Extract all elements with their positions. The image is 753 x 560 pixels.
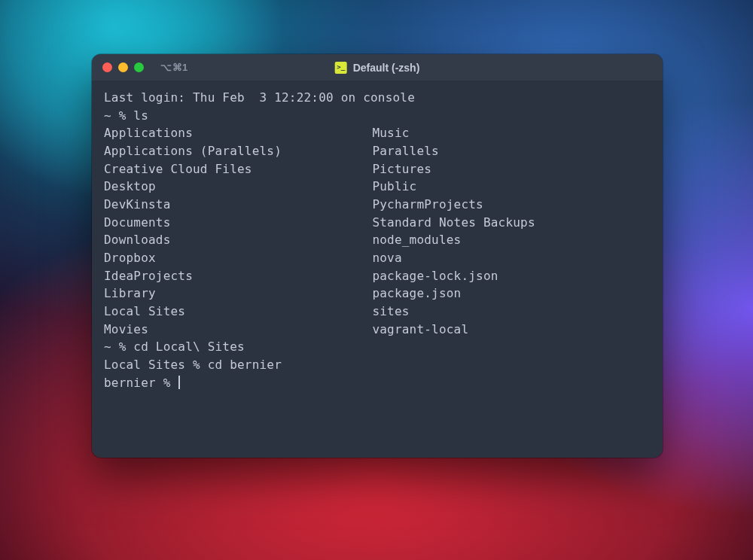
list-item: nova	[372, 249, 535, 267]
list-item: Documents	[104, 214, 372, 232]
list-item: DevKinsta	[104, 196, 372, 214]
cursor	[178, 376, 180, 389]
terminal-content[interactable]: Last login: Thu Feb 3 12:22:00 on consol…	[92, 81, 663, 458]
ls-column-1: ApplicationsApplications (Parallels)Crea…	[104, 124, 372, 338]
list-item: Public	[372, 178, 535, 196]
list-item: Applications	[104, 124, 372, 142]
list-item: Creative Cloud Files	[104, 160, 372, 178]
tab-shortcut-hint: ⌥⌘1	[160, 62, 188, 73]
ls-column-2: MusicParallelsPicturesPublicPycharmProje…	[372, 124, 535, 338]
terminal-window: ⌥⌘1 Default (-zsh) Last login: Thu Feb 3…	[92, 54, 663, 458]
list-item: Local Sites	[104, 303, 372, 321]
traffic-lights	[102, 62, 144, 72]
list-item: IdeaProjects	[104, 267, 372, 285]
list-item: PycharmProjects	[372, 196, 535, 214]
window-title: Default (-zsh)	[353, 62, 420, 74]
list-item: Parallels	[372, 142, 535, 160]
list-item: Music	[372, 124, 535, 142]
list-item: package.json	[372, 285, 535, 303]
prompt-line-current: bernier %	[104, 374, 651, 392]
list-item: node_modules	[372, 231, 535, 249]
current-prompt-text: bernier %	[104, 376, 178, 390]
window-titlebar[interactable]: ⌥⌘1 Default (-zsh)	[92, 54, 663, 81]
list-item: Library	[104, 285, 372, 303]
list-item: Applications (Parallels)	[104, 142, 372, 160]
list-item: Pictures	[372, 160, 535, 178]
list-item: Dropbox	[104, 249, 372, 267]
list-item: Standard Notes Backups	[372, 214, 535, 232]
terminal-icon	[335, 62, 347, 74]
list-item: package-lock.json	[372, 267, 535, 285]
prompt-line: ~ % cd Local\ Sites	[104, 338, 651, 356]
window-title-group: Default (-zsh)	[335, 62, 420, 74]
list-item: Movies	[104, 321, 372, 339]
list-item: Downloads	[104, 231, 372, 249]
maximize-button[interactable]	[134, 62, 144, 72]
list-item: Desktop	[104, 178, 372, 196]
minimize-button[interactable]	[118, 62, 128, 72]
close-button[interactable]	[102, 62, 112, 72]
prompt-line: Local Sites % cd bernier	[104, 356, 651, 374]
list-item: sites	[372, 303, 535, 321]
ls-output: ApplicationsApplications (Parallels)Crea…	[104, 124, 651, 338]
last-login-line: Last login: Thu Feb 3 12:22:00 on consol…	[104, 89, 651, 107]
prompt-line: ~ % ls	[104, 107, 651, 125]
list-item: vagrant-local	[372, 321, 535, 339]
